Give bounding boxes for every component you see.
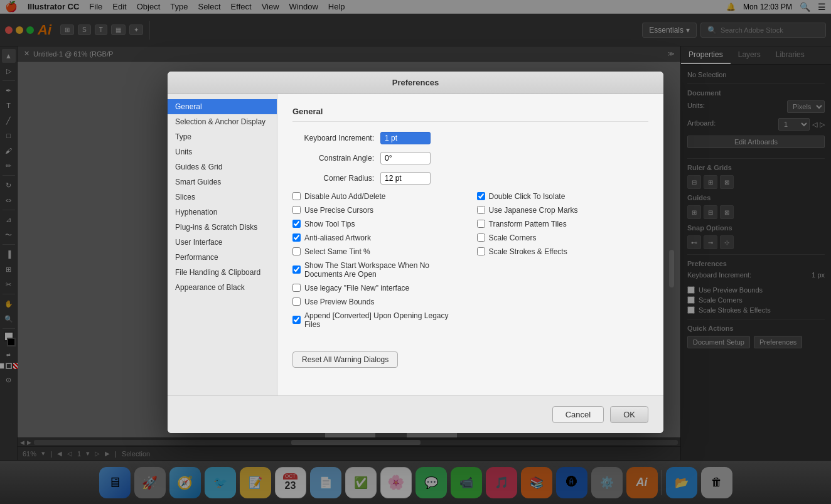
- cb-legacy-file-new-input[interactable]: [292, 284, 301, 292]
- sidebar-item-units[interactable]: Units: [168, 144, 277, 159]
- cb-scale-strokes-effects[interactable]: Scale Strokes & Effects: [477, 247, 649, 256]
- cb-japanese-crop-input[interactable]: [477, 206, 485, 214]
- modal-overlay[interactable]: Preferences General Selection & Anchor D…: [0, 0, 831, 504]
- keyboard-increment-row: Keyboard Increment:: [292, 132, 648, 144]
- corner-radius-row: Corner Radius:: [292, 172, 648, 185]
- sidebar-item-type[interactable]: Type: [168, 129, 277, 144]
- cb-precise-cursors-input[interactable]: [292, 206, 301, 214]
- cb-disable-auto[interactable]: Disable Auto Add/Delete: [292, 192, 464, 201]
- cb-double-click-isolate-input[interactable]: [477, 192, 485, 200]
- keyboard-increment-input[interactable]: [380, 132, 431, 144]
- cb-start-workspace-input[interactable]: [292, 265, 301, 274]
- cb-precise-cursors[interactable]: Use Precise Cursors: [292, 206, 464, 215]
- dialog-main: General Keyboard Increment: Constrain An…: [277, 94, 663, 395]
- sidebar-item-smart-guides[interactable]: Smart Guides: [168, 174, 277, 190]
- cb-show-tooltips-input[interactable]: [292, 220, 301, 228]
- preferences-dialog: Preferences General Selection & Anchor D…: [168, 72, 663, 433]
- corner-radius-label: Corner Radius:: [292, 174, 374, 183]
- constrain-angle-input[interactable]: [380, 152, 431, 164]
- cb-anti-aliased[interactable]: Anti-aliased Artwork: [292, 233, 464, 242]
- dialog-sidebar: General Selection & Anchor Display Type …: [168, 94, 277, 395]
- sidebar-item-hyphenation[interactable]: Hyphenation: [168, 205, 277, 220]
- reset-area: Reset All Warning Dialogs: [292, 341, 648, 368]
- ok-button[interactable]: OK: [610, 406, 648, 423]
- sidebar-item-appearance[interactable]: Appearance of Black: [168, 280, 277, 295]
- cb-use-preview-bounds-input[interactable]: [292, 298, 301, 306]
- constrain-angle-row: Constrain Angle:: [292, 152, 648, 164]
- cb-same-tint-input[interactable]: [292, 247, 301, 255]
- cb-scale-strokes-effects-input[interactable]: [477, 247, 485, 255]
- checkboxes-area: Disable Auto Add/Delete Use Precise Curs…: [292, 192, 648, 329]
- dialog-title-bar: Preferences: [168, 72, 663, 94]
- sidebar-item-plugins[interactable]: Plug-ins & Scratch Disks: [168, 220, 277, 235]
- sidebar-item-file-handling[interactable]: File Handling & Clipboard: [168, 265, 277, 280]
- sidebar-item-general[interactable]: General: [168, 99, 277, 114]
- sidebar-item-ui[interactable]: User Interface: [168, 235, 277, 250]
- cb-transform-pattern-input[interactable]: [477, 220, 485, 228]
- cb-disable-auto-input[interactable]: [292, 192, 301, 200]
- dialog-title: Preferences: [392, 78, 439, 87]
- cb-double-click-isolate[interactable]: Double Click To Isolate: [477, 192, 649, 201]
- keyboard-increment-label: Keyboard Increment:: [292, 134, 374, 142]
- corner-radius-input[interactable]: [380, 172, 431, 185]
- cb-transform-pattern[interactable]: Transform Pattern Tiles: [477, 220, 649, 228]
- dialog-body: General Selection & Anchor Display Type …: [168, 94, 663, 395]
- cb-start-workspace[interactable]: Show The Start Workspace When No Documen…: [292, 261, 464, 279]
- sidebar-item-slices[interactable]: Slices: [168, 190, 277, 205]
- dialog-footer: Cancel OK: [168, 395, 663, 433]
- cb-append-converted[interactable]: Append [Converted] Upon Opening Legacy F…: [292, 311, 464, 329]
- checkboxes-right: Double Click To Isolate Use Japanese Cro…: [477, 192, 649, 329]
- cb-use-preview-bounds[interactable]: Use Preview Bounds: [292, 298, 464, 306]
- reset-warning-dialogs-button[interactable]: Reset All Warning Dialogs: [292, 351, 398, 368]
- sidebar-item-performance[interactable]: Performance: [168, 250, 277, 265]
- cb-show-tooltips[interactable]: Show Tool Tips: [292, 220, 464, 228]
- dialog-section-title: General: [292, 107, 648, 122]
- constrain-angle-label: Constrain Angle:: [292, 154, 374, 163]
- cancel-button[interactable]: Cancel: [552, 406, 604, 423]
- sidebar-item-guides[interactable]: Guides & Grid: [168, 159, 277, 174]
- cb-anti-aliased-input[interactable]: [292, 233, 301, 242]
- checkboxes-left: Disable Auto Add/Delete Use Precise Curs…: [292, 192, 464, 329]
- cb-scale-corners-input[interactable]: [477, 233, 485, 242]
- cb-same-tint[interactable]: Select Same Tint %: [292, 247, 464, 256]
- cb-scale-corners[interactable]: Scale Corners: [477, 233, 649, 242]
- sidebar-item-selection[interactable]: Selection & Anchor Display: [168, 114, 277, 129]
- cb-legacy-file-new[interactable]: Use legacy "File New" interface: [292, 284, 464, 292]
- cb-japanese-crop[interactable]: Use Japanese Crop Marks: [477, 206, 649, 215]
- cb-append-converted-input[interactable]: [292, 316, 301, 324]
